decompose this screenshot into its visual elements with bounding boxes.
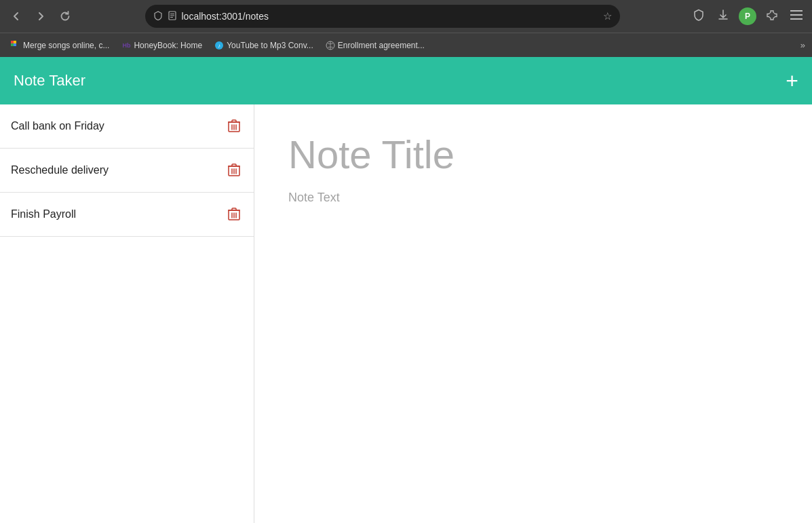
browser-toolbar: localhost:3001/notes ☆ P <box>0 0 812 33</box>
bookmarks-more-button[interactable]: » <box>800 40 805 50</box>
bookmark-favicon-youtube: ♪ <box>214 41 224 50</box>
main-content: Note Title Note Text <box>254 104 812 523</box>
svg-rect-9 <box>14 41 16 43</box>
note-title-2: Finish Payroll <box>11 208 76 220</box>
browser-actions: P <box>690 6 805 26</box>
bookmark-label-youtube: YouTube to Mp3 Conv... <box>227 41 313 50</box>
profile-button[interactable]: P <box>739 7 756 25</box>
extensions-button[interactable] <box>763 6 781 26</box>
add-note-button[interactable]: + <box>786 70 798 92</box>
bookmark-favicon-merge <box>11 41 20 50</box>
reload-button[interactable] <box>56 8 75 24</box>
security-icon <box>153 11 163 22</box>
app-header: Note Taker + <box>0 57 812 104</box>
address-bar[interactable]: localhost:3001/notes ☆ <box>145 5 620 28</box>
bookmark-enrollment[interactable]: Enrollment agreement... <box>322 39 429 52</box>
app-body: Call bank on Friday Reschedule delivery <box>0 104 812 523</box>
bookmark-star-icon[interactable]: ☆ <box>603 10 612 22</box>
forward-button[interactable] <box>31 8 50 24</box>
trash-icon-2 <box>228 208 240 221</box>
bookmark-label-honeybook: HoneyBook: Home <box>134 41 202 50</box>
svg-rect-10 <box>11 43 14 46</box>
bookmark-honeybook[interactable]: Hb HoneyBook: Home <box>117 39 206 52</box>
app-container: Note Taker + Call bank on Friday <box>0 57 812 523</box>
browser-chrome: localhost:3001/notes ☆ P <box>0 0 812 57</box>
svg-rect-8 <box>11 41 14 43</box>
shield-extension-button[interactable] <box>690 6 708 26</box>
back-button[interactable] <box>7 8 26 24</box>
app-title: Note Taker <box>14 72 85 90</box>
trash-icon-1 <box>228 163 240 177</box>
note-item-2[interactable]: Finish Payroll <box>0 193 254 237</box>
note-title-1: Reschedule delivery <box>11 164 109 176</box>
bookmark-label-merge: Merge songs online, c... <box>23 41 109 50</box>
notes-sidebar: Call bank on Friday Reschedule delivery <box>0 104 254 523</box>
bookmarks-bar: Merge songs online, c... Hb HoneyBook: H… <box>0 33 812 57</box>
download-button[interactable] <box>714 6 732 26</box>
svg-rect-11 <box>14 43 16 46</box>
url-text: localhost:3001/notes <box>182 11 598 22</box>
note-title-placeholder: Note Title <box>288 132 778 177</box>
delete-note-0-button[interactable] <box>225 118 243 134</box>
bookmark-favicon-enrollment <box>326 41 335 50</box>
note-item-0[interactable]: Call bank on Friday <box>0 104 254 149</box>
svg-text:♪: ♪ <box>218 43 220 49</box>
bookmark-merge-songs[interactable]: Merge songs online, c... <box>7 39 113 52</box>
bookmark-label-enrollment: Enrollment agreement... <box>338 41 425 50</box>
bookmark-favicon-honeybook: Hb <box>121 41 131 50</box>
menu-button[interactable] <box>788 7 805 25</box>
page-icon <box>168 11 176 22</box>
delete-note-1-button[interactable] <box>225 162 243 178</box>
note-text-placeholder: Note Text <box>288 191 778 205</box>
bookmark-youtube[interactable]: ♪ YouTube to Mp3 Conv... <box>210 39 317 52</box>
delete-note-2-button[interactable] <box>225 206 243 222</box>
note-item-1[interactable]: Reschedule delivery <box>0 149 254 193</box>
note-title-0: Call bank on Friday <box>11 120 104 132</box>
trash-icon-0 <box>228 119 240 133</box>
